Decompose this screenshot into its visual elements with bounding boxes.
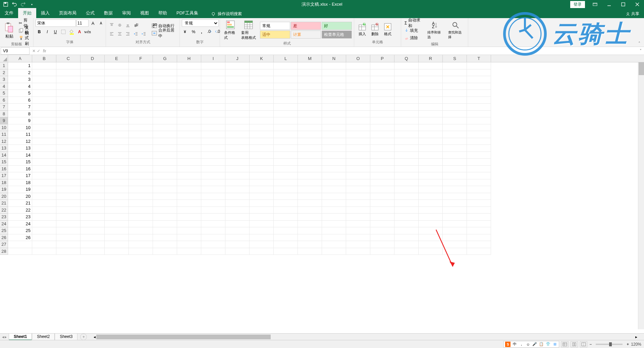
cell-J14[interactable] — [225, 152, 250, 159]
cell-P26[interactable] — [370, 234, 394, 241]
cell-M22[interactable] — [298, 207, 322, 214]
cell-T2[interactable] — [467, 69, 491, 76]
cell-M18[interactable] — [298, 179, 322, 186]
cell-B19[interactable] — [32, 186, 56, 193]
col-header-N[interactable]: N — [322, 55, 346, 62]
cell-D22[interactable] — [80, 207, 105, 214]
cell-G8[interactable] — [153, 111, 177, 118]
cell-A12[interactable]: 12 — [8, 138, 32, 145]
cell-O28[interactable] — [346, 248, 370, 255]
cell-E13[interactable] — [105, 145, 129, 152]
cell-D19[interactable] — [80, 186, 105, 193]
cell-P25[interactable] — [370, 227, 394, 234]
cell-K5[interactable] — [250, 90, 274, 97]
cell-O2[interactable] — [346, 69, 370, 76]
cell-G27[interactable] — [153, 241, 177, 248]
vertical-scrollbar[interactable] — [638, 62, 644, 329]
cell-P23[interactable] — [370, 214, 394, 221]
format-table-button[interactable]: 套用 表格格式 — [239, 19, 258, 41]
row-header-3[interactable]: 3 — [0, 76, 8, 83]
cell-S15[interactable] — [443, 159, 467, 166]
cell-style-bad[interactable]: 差 — [291, 22, 321, 30]
tab-文件[interactable]: 文件 — [0, 8, 18, 18]
row-header-9[interactable]: 9 — [0, 117, 8, 124]
cell-S14[interactable] — [443, 152, 467, 159]
cell-G6[interactable] — [153, 97, 177, 104]
tab-开始[interactable]: 开始 — [18, 8, 36, 18]
cell-D26[interactable] — [80, 234, 105, 241]
cell-J28[interactable] — [225, 248, 250, 255]
cell-Q1[interactable] — [394, 62, 419, 69]
cell-J7[interactable] — [225, 104, 250, 111]
fill-color-button[interactable] — [68, 28, 75, 36]
row-header-18[interactable]: 18 — [0, 179, 8, 186]
cell-C15[interactable] — [56, 159, 80, 166]
cell-B2[interactable] — [32, 69, 56, 76]
cell-F7[interactable] — [129, 104, 153, 111]
align-right-icon[interactable] — [124, 30, 131, 38]
cell-I21[interactable] — [201, 200, 225, 207]
cell-M25[interactable] — [298, 227, 322, 234]
cell-I10[interactable] — [201, 124, 225, 131]
cell-F11[interactable] — [129, 131, 153, 138]
cell-D11[interactable] — [80, 131, 105, 138]
hscroll-thumb[interactable] — [96, 335, 271, 339]
cell-A20[interactable]: 20 — [8, 193, 32, 200]
cell-D25[interactable] — [80, 227, 105, 234]
row-header-24[interactable]: 24 — [0, 221, 8, 228]
cell-L23[interactable] — [274, 214, 298, 221]
cell-P15[interactable] — [370, 159, 394, 166]
cell-H6[interactable] — [177, 97, 201, 104]
cell-H18[interactable] — [177, 179, 201, 186]
sheet-nav[interactable]: ◂▸ — [0, 335, 9, 339]
new-sheet-button[interactable]: + — [80, 334, 87, 340]
cell-Q19[interactable] — [394, 186, 419, 193]
cell-R12[interactable] — [419, 138, 443, 145]
cell-K3[interactable] — [250, 76, 274, 83]
cell-I1[interactable] — [201, 62, 225, 69]
cell-N4[interactable] — [322, 83, 346, 90]
close-icon[interactable] — [631, 0, 644, 9]
cell-T3[interactable] — [467, 76, 491, 83]
cell-P28[interactable] — [370, 248, 394, 255]
cell-B8[interactable] — [32, 111, 56, 118]
cell-L14[interactable] — [274, 152, 298, 159]
col-header-F[interactable]: F — [129, 55, 153, 62]
cell-N2[interactable] — [322, 69, 346, 76]
cell-N10[interactable] — [322, 124, 346, 131]
cell-N25[interactable] — [322, 227, 346, 234]
cell-K4[interactable] — [250, 83, 274, 90]
cell-L16[interactable] — [274, 166, 298, 173]
hscroll-left-icon[interactable]: ◂ — [94, 335, 96, 339]
cell-S27[interactable] — [443, 241, 467, 248]
cell-P4[interactable] — [370, 83, 394, 90]
cell-E7[interactable] — [105, 104, 129, 111]
cell-Q6[interactable] — [394, 97, 419, 104]
cell-M19[interactable] — [298, 186, 322, 193]
cell-L13[interactable] — [274, 145, 298, 152]
cell-E26[interactable] — [105, 234, 129, 241]
cell-T11[interactable] — [467, 131, 491, 138]
cell-N9[interactable] — [322, 117, 346, 124]
cell-N22[interactable] — [322, 207, 346, 214]
cell-D14[interactable] — [80, 152, 105, 159]
font-size-select[interactable] — [76, 19, 89, 27]
cell-L4[interactable] — [274, 83, 298, 90]
cell-J1[interactable] — [225, 62, 250, 69]
cell-O21[interactable] — [346, 200, 370, 207]
cell-R1[interactable] — [419, 62, 443, 69]
cell-E19[interactable] — [105, 186, 129, 193]
cell-L20[interactable] — [274, 193, 298, 200]
cell-E9[interactable] — [105, 117, 129, 124]
cell-I3[interactable] — [201, 76, 225, 83]
cell-I28[interactable] — [201, 248, 225, 255]
cell-S26[interactable] — [443, 234, 467, 241]
sort-filter-button[interactable]: AZ排序和筛选 — [425, 21, 445, 40]
col-header-C[interactable]: C — [56, 55, 80, 62]
cell-J25[interactable] — [225, 227, 250, 234]
cell-K15[interactable] — [250, 159, 274, 166]
horizontal-scrollbar[interactable]: ◂ ▸ — [94, 334, 637, 340]
cell-A11[interactable]: 11 — [8, 131, 32, 138]
cell-A6[interactable]: 6 — [8, 97, 32, 104]
cell-C9[interactable] — [56, 117, 80, 124]
